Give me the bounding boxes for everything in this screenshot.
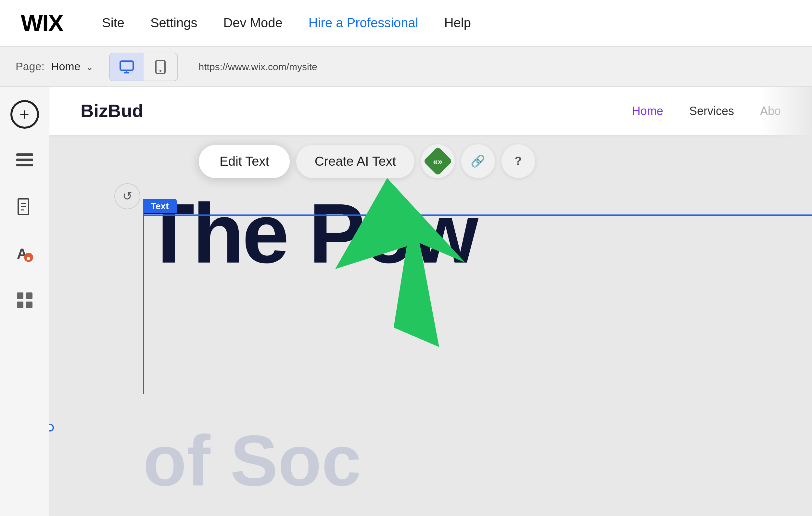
device-switcher [109,52,178,81]
site-logo: BizBud [81,101,143,121]
svg-rect-15 [17,292,23,299]
menus-icon[interactable] [9,144,40,175]
svg-rect-7 [16,164,33,166]
svg-text:●: ● [26,254,31,262]
main-area: + A ● [0,87,812,516]
svg-rect-0 [120,61,133,70]
hero-subheading-text: of Soc [143,425,361,496]
page-label: Page: [16,60,45,73]
wix-logo: WIX [21,9,63,37]
hero-heading-text[interactable]: The Pow [143,191,476,276]
nav-site[interactable]: Site [102,13,124,33]
site-header-preview: BizBud Home Services Abo [49,87,812,135]
url-display: https://www.wix.com/mysite [199,61,317,72]
link-button[interactable]: 🔗 [461,144,495,178]
text-theme-icon[interactable]: A ● [9,238,40,269]
svg-rect-5 [16,153,33,156]
svg-rect-17 [17,302,23,308]
site-nav-services: Services [689,104,734,118]
left-sidebar: + A ● [0,87,49,516]
nav-devmode[interactable]: Dev Mode [223,13,282,33]
page-name: Home [51,60,81,73]
undo-button[interactable]: ↺ [114,183,140,209]
edit-text-button[interactable]: Edit Text [199,145,290,178]
link-icon: 🔗 [471,154,485,168]
mobile-view-button[interactable] [144,53,177,80]
page-dropdown-chevron[interactable]: ⌄ [86,61,93,72]
nav-settings[interactable]: Settings [150,13,198,33]
svg-rect-18 [26,302,32,308]
svg-rect-16 [26,292,32,299]
resize-handle[interactable] [49,424,54,431]
second-bar: Page: Home ⌄ https://www.wix.com/mysite [0,47,812,87]
text-element-badge: Text [143,199,177,213]
add-elements-button[interactable]: + [10,100,39,129]
chevrons-diamond-icon: «» [423,147,453,176]
canvas-fade-right [760,87,812,516]
site-nav: Home Services Abo [632,104,781,118]
selection-border-top [143,214,812,216]
top-nav: WIX Site Settings Dev Mode Hire a Profes… [0,0,812,47]
ai-assistant-button[interactable]: «» [420,144,455,178]
nav-help[interactable]: Help [444,13,471,33]
pages-icon[interactable] [9,191,40,222]
apps-icon[interactable] [9,285,40,316]
svg-rect-6 [16,159,33,161]
desktop-view-button[interactable] [110,53,144,80]
help-icon: ? [515,154,522,168]
help-button[interactable]: ? [501,144,535,178]
edit-toolbar: Edit Text Create AI Text «» 🔗 ? [199,144,535,178]
site-nav-home: Home [632,104,663,118]
create-ai-text-button[interactable]: Create AI Text [296,145,414,178]
canvas-area: BizBud Home Services Abo Edit Text Creat… [49,87,812,516]
nav-hire-professional[interactable]: Hire a Professional [309,13,418,33]
undo-icon: ↺ [122,189,132,203]
